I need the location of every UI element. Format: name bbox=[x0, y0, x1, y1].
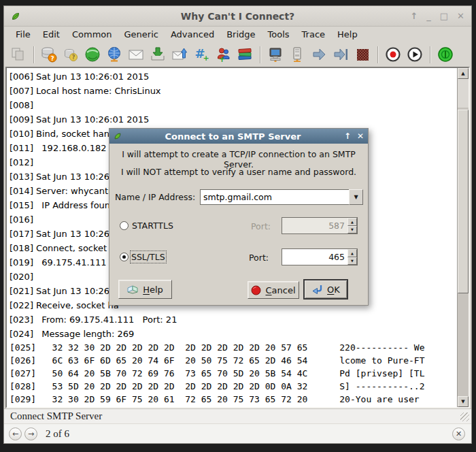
menu-edit[interactable]: Edit bbox=[37, 28, 66, 42]
ssl-label[interactable]: SSL/TLS bbox=[131, 252, 165, 262]
starttls-radio[interactable] bbox=[120, 221, 129, 230]
menubar: File Edit Common Generic Advanced Bridge… bbox=[4, 27, 471, 42]
globe-green-button[interactable] bbox=[82, 44, 103, 65]
name-ip-label: Name / IP Address: bbox=[115, 192, 195, 202]
connect-button[interactable] bbox=[435, 44, 456, 65]
toolbar: ? ? #+ + bbox=[4, 42, 471, 67]
pages-button[interactable] bbox=[7, 44, 29, 65]
minimize-button[interactable]: _ bbox=[426, 11, 431, 21]
mail-receive-button[interactable] bbox=[147, 44, 169, 65]
help-button-label: Help bbox=[143, 285, 163, 295]
ssl-port-spinner: ▲ ▼ bbox=[282, 248, 358, 265]
toolbar-separator bbox=[430, 46, 430, 63]
database-query-button[interactable]: ? bbox=[60, 44, 82, 65]
dialog-leaf-icon bbox=[114, 132, 122, 140]
pages-icon bbox=[10, 46, 27, 63]
globe-network-icon bbox=[106, 46, 122, 63]
dialog-close-button[interactable]: ✕ bbox=[357, 131, 364, 141]
step-arrow-button[interactable] bbox=[308, 44, 330, 65]
mail-button[interactable] bbox=[125, 44, 147, 65]
menu-tools[interactable]: Tools bbox=[262, 28, 296, 42]
spin-up-button[interactable]: ▲ bbox=[347, 218, 357, 226]
tip-back-button[interactable]: ← bbox=[9, 427, 22, 440]
toolbar-separator bbox=[260, 46, 260, 63]
spin-down-button[interactable]: ▼ bbox=[347, 226, 357, 234]
run-to-end-icon bbox=[333, 46, 349, 63]
log-hex-line: [029] 32 30 2D 59 6F 75 20 61 72 65 20 7… bbox=[10, 393, 457, 406]
menu-common[interactable]: Common bbox=[66, 28, 118, 42]
dialog-shade-button[interactable]: ↑ bbox=[344, 131, 351, 141]
menu-generic[interactable]: Generic bbox=[118, 28, 165, 42]
menu-bridge[interactable]: Bridge bbox=[220, 28, 261, 42]
chevron-down-icon: ▼ bbox=[354, 194, 358, 200]
connect-icon bbox=[437, 46, 454, 63]
log-line: [024] Message length: 269 bbox=[10, 327, 457, 341]
combo-dropdown-button[interactable]: ▼ bbox=[349, 189, 363, 205]
name-ip-combobox: ▼ bbox=[200, 189, 363, 205]
scroll-down-button[interactable]: ▼ bbox=[458, 396, 469, 407]
globe-network-button[interactable] bbox=[103, 44, 125, 65]
starttls-label[interactable]: STARTTLS bbox=[132, 221, 173, 231]
step-arrow-icon bbox=[311, 46, 327, 63]
mail-icon bbox=[128, 46, 144, 63]
mail-send-icon bbox=[171, 46, 188, 63]
cancel-button[interactable]: Cancel bbox=[248, 281, 299, 299]
menu-help[interactable]: Help bbox=[331, 28, 364, 42]
play-button[interactable] bbox=[404, 44, 426, 65]
ok-enter-arrow-icon bbox=[311, 285, 323, 295]
tip-forward-button[interactable]: → bbox=[24, 427, 37, 440]
help-button[interactable]: Help bbox=[118, 280, 172, 299]
window-title: Why Can't I Connect? bbox=[4, 11, 471, 22]
ok-button-label: OK bbox=[327, 285, 340, 295]
ok-button[interactable]: OK bbox=[303, 279, 348, 300]
stop-button[interactable] bbox=[352, 44, 373, 65]
ssl-port-input[interactable] bbox=[282, 249, 347, 265]
computer-icon bbox=[267, 46, 284, 63]
vertical-scrollbar: ▲ ▼ bbox=[457, 68, 469, 407]
tip-navbar: ← → 2 of 6 ✕ bbox=[4, 423, 471, 443]
menu-trace[interactable]: Trace bbox=[296, 28, 332, 42]
computer-button[interactable] bbox=[265, 44, 286, 65]
resize-grip-icon[interactable] bbox=[460, 413, 469, 421]
session-add-button[interactable]: + bbox=[212, 44, 234, 65]
maximize-button[interactable]: □ bbox=[440, 11, 448, 21]
scroll-track[interactable] bbox=[458, 79, 469, 396]
server-button[interactable] bbox=[286, 44, 308, 65]
scroll-thumb[interactable] bbox=[458, 110, 469, 293]
spin-up-button[interactable]: ▲ bbox=[347, 249, 357, 257]
toolbar-separator bbox=[377, 46, 378, 63]
tip-close-button[interactable]: ✕ bbox=[452, 427, 465, 440]
shade-button[interactable]: ↑ bbox=[410, 11, 418, 21]
smtp-dialog: Connect to an SMTP Server ↑ ✕ I will att… bbox=[109, 128, 369, 306]
svg-text:+: + bbox=[203, 54, 209, 63]
record-icon bbox=[385, 46, 401, 63]
log-hex-line: [027] 50 64 20 5B 70 72 69 76 73 65 70 5… bbox=[10, 367, 457, 380]
menu-file[interactable]: File bbox=[10, 28, 37, 42]
spin-down-button[interactable]: ▼ bbox=[347, 257, 357, 265]
cancel-button-label: Cancel bbox=[265, 285, 295, 295]
menu-advanced[interactable]: Advanced bbox=[165, 28, 220, 42]
log-hex-line: [025] 32 32 30 2D 2D 2D 2D 2D 2D 2D 2D 2… bbox=[10, 341, 457, 354]
record-button[interactable] bbox=[382, 44, 404, 65]
scroll-up-button[interactable]: ▲ bbox=[458, 68, 469, 79]
mail-receive-icon bbox=[150, 46, 166, 63]
trace-add-button[interactable]: #+ bbox=[190, 44, 212, 65]
dialog-titlebar[interactable]: Connect to an SMTP Server ↑ ✕ bbox=[109, 129, 368, 144]
starttls-port-spinner: ▲ ▼ bbox=[282, 217, 358, 234]
svg-text:?: ? bbox=[72, 54, 75, 61]
database-status-button[interactable]: ? bbox=[38, 44, 60, 65]
run-to-end-button[interactable] bbox=[330, 44, 352, 65]
session-add-icon: + bbox=[215, 46, 231, 63]
statusbar: Connect SMTP Server bbox=[4, 408, 471, 423]
books-button[interactable] bbox=[234, 44, 256, 65]
mail-send-button[interactable] bbox=[169, 44, 190, 65]
log-hex-line: [028] 53 5D 20 2D 2D 2D 2D 2D 2D 2D 2D 2… bbox=[10, 380, 457, 393]
svg-text:?: ? bbox=[50, 55, 54, 62]
starttls-port-label: Port: bbox=[251, 221, 271, 231]
name-ip-input[interactable] bbox=[200, 189, 349, 205]
close-button[interactable]: ✕ bbox=[457, 11, 464, 21]
dialog-body: I will attempt to create a TCP/IP connec… bbox=[109, 144, 368, 306]
cancel-stop-icon bbox=[251, 285, 261, 295]
help-book-icon bbox=[127, 285, 139, 295]
ssl-radio[interactable] bbox=[120, 253, 129, 261]
